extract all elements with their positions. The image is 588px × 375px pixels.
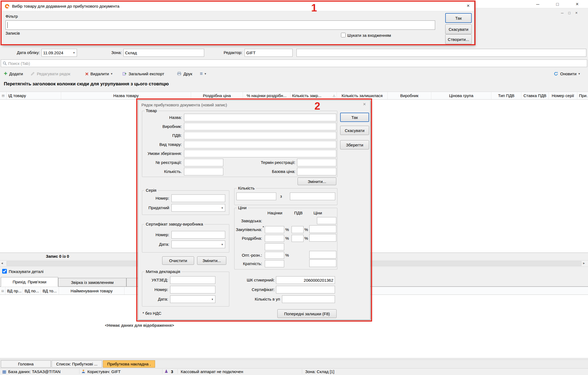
column-header[interactable]: ВД по... <box>23 287 41 295</box>
minimize-icon[interactable]: ─ <box>532 1 543 8</box>
column-header[interactable]: Роздрібна ціна <box>191 92 243 99</box>
mdi-close-icon[interactable]: × <box>573 10 580 15</box>
manufacturer-input[interactable] <box>184 123 336 130</box>
valid-until-combo[interactable]: ▾ <box>171 204 225 212</box>
cancel-button[interactable]: Скасувати <box>445 24 472 34</box>
sticker-barcode-input[interactable] <box>276 276 335 284</box>
export-button[interactable]: Загальний експорт <box>122 70 164 77</box>
print-label: Друк <box>183 71 192 76</box>
registration-input[interactable] <box>184 159 223 166</box>
multiplicity-input[interactable] <box>265 260 284 267</box>
scroll-right-icon[interactable]: ▸ <box>583 261 585 265</box>
column-header[interactable]: Найменування товару <box>59 287 124 295</box>
retail-price-input[interactable] <box>309 234 336 242</box>
show-details-checkbox[interactable] <box>2 269 7 274</box>
column-header[interactable]: При... <box>577 92 588 99</box>
customs-date-combo[interactable]: ▾ <box>170 295 215 303</box>
column-header[interactable]: ВД пр... <box>5 287 23 295</box>
chevron-down-icon[interactable]: ▾ <box>205 72 206 76</box>
registration-term-input[interactable] <box>297 159 336 166</box>
vat-input[interactable] <box>184 132 336 139</box>
quantity-input[interactable] <box>184 168 223 175</box>
search-input[interactable] <box>8 60 587 67</box>
column-header[interactable]: Ставка ПДВ <box>521 92 549 99</box>
column-header[interactable]: Виробник <box>388 92 431 99</box>
base-price-input[interactable] <box>297 168 336 175</box>
filter-input[interactable] <box>5 20 435 30</box>
income-row-dialog: Рядок прибуткового документа (новий запи… <box>138 100 370 320</box>
refresh-button[interactable]: Оновити ▾ <box>554 70 580 77</box>
delete-button[interactable]: × Видалити ▾ <box>85 70 112 77</box>
zone-input[interactable] <box>123 49 204 57</box>
purchase-markup-input[interactable] <box>265 226 284 233</box>
add-button[interactable]: + Додати <box>4 70 23 77</box>
close-icon[interactable]: × <box>361 101 368 107</box>
list-options-button[interactable]: ≡ ▾ <box>200 70 206 77</box>
wholesale-markup-input[interactable] <box>265 252 284 259</box>
column-header[interactable]: Тип ПДВ <box>491 92 521 99</box>
extra-markup-input[interactable] <box>265 243 284 250</box>
tab-prikhid-privyazki[interactable]: Прихід. Прив'язки <box>1 277 58 287</box>
editor-input[interactable] <box>245 49 293 57</box>
retail-vat-input[interactable] <box>292 235 304 242</box>
date-combo[interactable]: 11.09.2024 ▾ <box>41 49 77 57</box>
change-certificate-button[interactable]: Змінити... <box>197 256 226 265</box>
column-header[interactable]: % націнки роздрібн... <box>243 92 290 99</box>
clear-button[interactable]: Очистити <box>162 256 194 265</box>
chevron-down-icon[interactable]: ▾ <box>219 243 225 246</box>
retail-markup-input[interactable] <box>265 235 284 242</box>
storage-input[interactable] <box>184 150 336 157</box>
previous-balances-button[interactable]: Попередні залишки (F8) <box>277 309 337 318</box>
uktzed-input[interactable] <box>170 276 215 284</box>
status-separator <box>177 369 178 374</box>
wholesale-price-input[interactable] <box>309 251 336 259</box>
purchase-vat-input[interactable] <box>292 226 304 233</box>
quantity-value-input[interactable] <box>236 193 276 200</box>
percent-label: % <box>304 236 308 241</box>
close-icon[interactable]: × <box>572 1 583 8</box>
chevron-down-icon[interactable]: ▾ <box>71 51 77 55</box>
save-button[interactable]: Зберегти <box>340 140 369 149</box>
ok-button[interactable]: Так <box>445 13 472 23</box>
customs-number-input[interactable] <box>170 286 215 293</box>
factory-price-input[interactable] <box>317 217 336 224</box>
cancel-button[interactable]: Скасувати <box>340 126 369 135</box>
series-number-input[interactable] <box>171 194 225 202</box>
print-button[interactable]: Друк <box>177 70 192 77</box>
certificate-number-input[interactable] <box>171 231 225 239</box>
chevron-down-icon[interactable]: ▾ <box>111 72 112 76</box>
name-input[interactable] <box>184 114 336 121</box>
column-header[interactable]: Назва товару <box>61 92 191 99</box>
quantity-total-input[interactable] <box>290 193 335 200</box>
column-header[interactable]: ВД то... <box>41 287 59 295</box>
close-icon[interactable]: × <box>464 3 472 9</box>
certificate-field-input[interactable] <box>276 286 335 293</box>
purchase-price-input[interactable] <box>309 225 336 233</box>
tab-zvirka[interactable]: Звірка із замовленням <box>58 278 126 287</box>
search-by-entry-checkbox[interactable] <box>341 33 346 37</box>
chevron-down-icon[interactable]: ▾ <box>578 72 580 76</box>
tab-spysok-prybutkovi[interactable]: Список: Прибуткові ... <box>52 360 102 368</box>
column-header[interactable]: Номер серії <box>549 92 577 99</box>
tab-holovna[interactable]: Головна <box>1 360 51 368</box>
extra-input[interactable] <box>296 49 586 57</box>
scroll-left-icon[interactable]: ◂ <box>1 261 3 265</box>
change-product-button[interactable]: Змінити... <box>298 178 336 185</box>
ok-button[interactable]: Так <box>340 113 369 122</box>
product-type-input[interactable] <box>184 141 336 148</box>
edit-row-button[interactable]: Редагувати рядок <box>31 70 70 77</box>
multiplicity-price-input[interactable] <box>309 259 336 267</box>
mdi-restore-icon[interactable]: □ <box>566 11 572 15</box>
certificate-date-combo[interactable]: ▾ <box>171 241 225 248</box>
column-header[interactable]: Кількість залишилася <box>337 92 388 99</box>
column-header[interactable]: Цінова група <box>431 92 491 99</box>
qty-per-pack-input[interactable] <box>282 295 335 303</box>
tab-prybutkova-nakladna[interactable]: Прибуткова накладна . <box>103 360 155 368</box>
maximize-icon[interactable]: □ <box>552 1 563 8</box>
create-button[interactable]: Створити... <box>445 34 472 44</box>
column-header[interactable]: ІД товару <box>7 92 61 99</box>
column-header[interactable]: Кількість закр... △ <box>290 92 337 99</box>
chevron-down-icon[interactable]: ▾ <box>219 206 225 210</box>
mdi-minimize-icon[interactable]: ─ <box>559 11 565 15</box>
chevron-down-icon[interactable]: ▾ <box>210 298 215 301</box>
